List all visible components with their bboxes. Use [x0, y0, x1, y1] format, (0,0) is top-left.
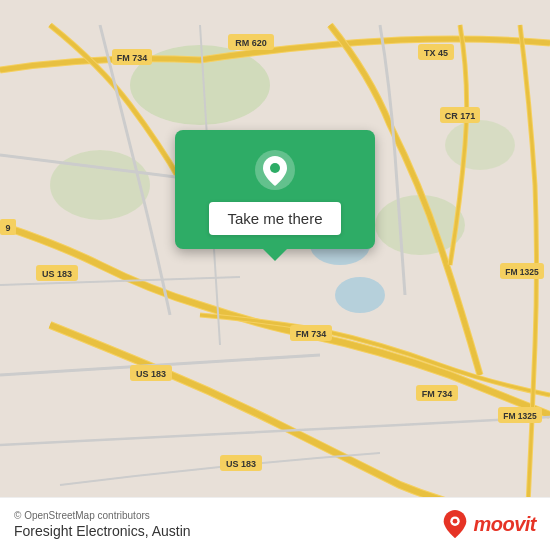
map-container: RM 620 TX 45 FM 734 CR 171 FM US 183 FM …	[0, 0, 550, 550]
popup-card: Take me there	[175, 130, 375, 249]
svg-text:9: 9	[5, 223, 10, 233]
svg-text:FM 734: FM 734	[296, 329, 327, 339]
svg-text:FM 734: FM 734	[422, 389, 453, 399]
svg-text:FM 734: FM 734	[117, 53, 148, 63]
svg-text:FM 1325: FM 1325	[503, 411, 537, 421]
osm-credit: © OpenStreetMap contributors	[14, 510, 191, 521]
svg-point-37	[453, 519, 458, 524]
svg-point-6	[335, 277, 385, 313]
svg-point-35	[270, 163, 280, 173]
moovit-logo[interactable]: moovit	[441, 508, 536, 540]
bottom-left: © OpenStreetMap contributors Foresight E…	[14, 510, 191, 539]
moovit-text: moovit	[473, 513, 536, 536]
svg-text:US 183: US 183	[42, 269, 72, 279]
bottom-bar: © OpenStreetMap contributors Foresight E…	[0, 497, 550, 550]
moovit-pin-icon	[441, 508, 469, 540]
svg-text:US 183: US 183	[136, 369, 166, 379]
svg-text:CR 171: CR 171	[445, 111, 476, 121]
take-me-there-button[interactable]: Take me there	[209, 202, 340, 235]
map-background: RM 620 TX 45 FM 734 CR 171 FM US 183 FM …	[0, 0, 550, 550]
location-pin-icon	[253, 148, 297, 192]
svg-text:FM 1325: FM 1325	[505, 267, 539, 277]
svg-text:RM 620: RM 620	[235, 38, 267, 48]
svg-text:US 183: US 183	[226, 459, 256, 469]
location-name: Foresight Electronics, Austin	[14, 523, 191, 539]
svg-text:TX 45: TX 45	[424, 48, 448, 58]
svg-point-4	[445, 120, 515, 170]
